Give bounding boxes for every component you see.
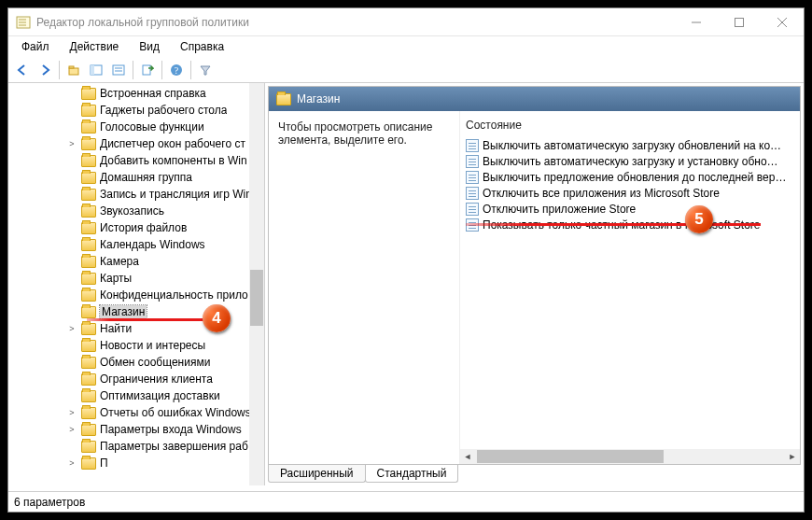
detail-header: Магазин [269, 87, 800, 111]
up-button[interactable] [63, 60, 84, 80]
scroll-right-icon[interactable]: ► [785, 449, 800, 464]
app-icon [16, 15, 31, 30]
menu-action[interactable]: Действие [61, 38, 129, 55]
maximize-button[interactable] [718, 8, 761, 35]
callout-marker-4: 4 [203, 304, 231, 332]
policy-label: Выключить предложение обновления до посл… [483, 171, 786, 184]
folder-icon [81, 273, 96, 285]
folder-icon [81, 407, 96, 419]
tree-node[interactable]: Встроенная справка [8, 85, 264, 102]
policy-item[interactable]: Отключить приложение Store [466, 201, 794, 217]
policy-item[interactable]: Выключить предложение обновления до посл… [466, 169, 794, 185]
scroll-left-icon[interactable]: ◄ [460, 449, 475, 464]
tree-node[interactable]: >П [8, 455, 264, 471]
policy-item[interactable]: Отключить все приложения из Microsoft St… [466, 185, 794, 201]
tree-node[interactable]: Новости и интересы [8, 337, 264, 354]
tree-node-label: Отчеты об ошибках Windows [100, 406, 251, 419]
tree-node[interactable]: Запись и трансляция игр Win [8, 186, 264, 203]
detail-title: Магазин [297, 92, 340, 105]
tree-node[interactable]: Голосовые функции [8, 119, 264, 135]
svg-rect-8 [69, 68, 78, 75]
detail-horizontal-scrollbar[interactable]: ◄ ► [460, 449, 800, 464]
tree-node[interactable]: Добавить компоненты в Win [8, 152, 264, 169]
tree-node[interactable]: Карты [8, 270, 264, 287]
tree-node[interactable]: >Отчеты об ошибках Windows [8, 404, 264, 421]
policy-item[interactable]: Выключить автоматическую загрузку обновл… [466, 137, 794, 153]
tree-node-label: Карты [100, 272, 132, 285]
menu-help[interactable]: Справка [171, 38, 233, 55]
tree-node[interactable]: >Диспетчер окон рабочего ст [8, 135, 264, 152]
main-area: Встроенная справкаГаджеты рабочего стола… [8, 83, 804, 485]
status-text: 6 параметров [14, 496, 85, 509]
folder-icon [81, 306, 96, 318]
export-button[interactable] [137, 60, 158, 80]
tree-node[interactable]: Параметры завершения раб [8, 438, 264, 455]
folder-icon [81, 323, 96, 335]
folder-icon [81, 88, 96, 100]
forward-button[interactable] [35, 60, 55, 80]
svg-rect-5 [735, 18, 744, 26]
callout-line-5 [466, 223, 761, 226]
svg-rect-9 [69, 66, 74, 68]
help-button[interactable]: ? [166, 60, 187, 80]
svg-rect-11 [91, 65, 94, 75]
filter-button[interactable] [195, 60, 216, 80]
tree-node-label: Календарь Windows [100, 238, 205, 251]
tree-node-label: Ограничения клиента [100, 372, 213, 386]
show-hide-tree-button[interactable] [86, 60, 106, 80]
properties-button[interactable] [108, 60, 129, 80]
folder-icon [81, 289, 96, 302]
tree-node[interactable]: Обмен сообщениями [8, 354, 264, 371]
expand-icon[interactable]: > [66, 324, 77, 333]
minimize-button[interactable] [675, 8, 718, 35]
close-button[interactable] [761, 8, 804, 35]
folder-icon [81, 357, 96, 369]
tree-node[interactable]: Календарь Windows [8, 236, 264, 253]
folder-icon [81, 105, 96, 117]
expand-icon[interactable]: > [66, 458, 77, 468]
tab-standard[interactable]: Стандартный [365, 465, 459, 483]
policy-label: Отключить приложение Store [483, 203, 636, 216]
folder-icon [81, 138, 96, 150]
detail-scrollbar-thumb[interactable] [477, 450, 664, 463]
menu-file[interactable]: Файл [12, 38, 59, 55]
tree-node[interactable]: >Параметры входа Windows [8, 421, 264, 438]
titlebar: Редактор локальной групповой политики [8, 8, 804, 36]
folder-icon [81, 441, 96, 453]
expand-icon[interactable]: > [66, 139, 77, 148]
expand-icon[interactable]: > [66, 425, 77, 434]
tree-node[interactable]: Гаджеты рабочего стола [8, 102, 264, 119]
policy-item[interactable]: Выключить автоматическую загрузку и уста… [466, 153, 794, 169]
folder-icon [81, 205, 96, 218]
tree-node[interactable]: Домашняя группа [8, 169, 264, 186]
tree-node-label: Запись и трансляция игр Win [100, 188, 252, 201]
tree-node-label: Обмен сообщениями [100, 356, 210, 369]
tree-node-label: Камера [100, 255, 139, 268]
folder-icon [81, 121, 96, 134]
policy-label: Выключить автоматическую загрузку и уста… [483, 155, 778, 168]
folder-icon [81, 457, 96, 470]
tree-node[interactable]: Ограничения клиента [8, 371, 264, 387]
tree-node-label: Новости и интересы [100, 339, 205, 352]
folder-icon [81, 256, 96, 268]
description-text: Чтобы просмотреть описание элемента, выд… [278, 120, 450, 147]
state-column-header: Состояние [466, 119, 794, 132]
tree-node[interactable]: Звукозапись [8, 203, 264, 219]
toolbar: ? [8, 57, 804, 83]
tab-extended[interactable]: Расширенный [268, 465, 366, 483]
policy-label: Отключить все приложения из Microsoft St… [483, 187, 720, 200]
folder-icon [81, 189, 96, 201]
tree-scrollbar-thumb[interactable] [250, 270, 263, 326]
tree-node[interactable]: Камера [8, 253, 264, 270]
tree-node[interactable]: История файлов [8, 219, 264, 236]
folder-icon [81, 172, 96, 184]
tree-node[interactable]: Оптимизация доставки [8, 387, 264, 404]
folder-icon [81, 222, 96, 234]
tree-vertical-scrollbar[interactable] [249, 83, 264, 485]
menu-view[interactable]: Вид [130, 38, 169, 55]
svg-text:?: ? [175, 65, 179, 76]
tree-node[interactable]: Конфиденциальность прило [8, 287, 264, 303]
expand-icon[interactable]: > [66, 408, 77, 417]
window-frame: Редактор локальной групповой политики Фа… [7, 7, 805, 513]
back-button[interactable] [12, 60, 33, 80]
